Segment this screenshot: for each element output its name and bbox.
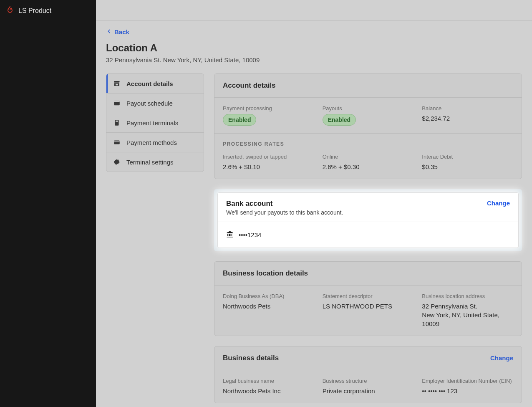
rate-label: Inserted, swiped or tapped [223, 154, 314, 160]
payouts-label: Payouts [323, 105, 414, 111]
balance-value: $2,234.72 [422, 114, 513, 123]
card-title: Account details [223, 81, 276, 90]
chevron-left-icon [106, 28, 112, 35]
calendar-cash-icon [113, 99, 121, 107]
brand-name: LS Product [18, 7, 51, 15]
address-line2: New York, NY, United State, 10009 [422, 311, 513, 328]
business-details-card: Business details Change Legal business n… [214, 346, 522, 403]
back-label: Back [114, 28, 129, 35]
address-label: Business location address [422, 293, 513, 299]
nav-item-label: Payment terminals [126, 119, 178, 126]
balance-label: Balance [422, 105, 513, 111]
rate-value: $0.35 [422, 162, 513, 171]
nav-account-details[interactable]: Account details [106, 74, 204, 94]
card-icon [113, 139, 121, 146]
flame-icon [6, 6, 14, 16]
page-subtitle: 32 Pennsylvania St. New York, NY, United… [106, 56, 522, 63]
payouts-status-badge: Enabled [323, 114, 356, 126]
card-title: Business location details [223, 269, 308, 278]
brand: LS Product [0, 0, 96, 22]
bank-account-highlight: Bank account We'll send your payouts to … [214, 189, 522, 251]
sidebar: LS Product [0, 0, 96, 407]
main: Back Location A 32 Pennsylvania St. New … [96, 0, 532, 407]
bank-change-link[interactable]: Change [487, 200, 510, 207]
rate-value: 2.6% + $0.30 [323, 162, 414, 171]
rates-header: PROCESSING RATES [223, 141, 513, 147]
svg-rect-3 [116, 121, 118, 122]
svg-rect-1 [114, 101, 120, 102]
nav-item-label: Terminal settings [126, 159, 174, 166]
legal-name-label: Legal business name [223, 378, 314, 384]
nav-payout-schedule[interactable]: Payout schedule [106, 94, 204, 113]
business-change-link[interactable]: Change [490, 354, 513, 361]
ein-value: •• •••• ••• 123 [422, 387, 513, 395]
card-title: Business details [223, 354, 279, 362]
bank-title: Bank account [226, 200, 343, 208]
legal-name-value: Northwoods Pets Inc [223, 387, 314, 395]
gear-icon [113, 158, 121, 166]
nav-payment-methods[interactable]: Payment methods [106, 133, 204, 152]
processing-label: Payment processing [223, 105, 314, 111]
rate-value: 2.6% + $0.10 [223, 162, 314, 171]
bank-icon [226, 230, 234, 239]
nav-payment-terminals[interactable]: Payment terminals [106, 113, 204, 133]
business-location-card: Business location details Doing Business… [214, 261, 522, 336]
nav-item-label: Payout schedule [126, 100, 173, 107]
structure-label: Business structure [323, 378, 414, 384]
processing-status-badge: Enabled [223, 114, 256, 126]
nav-item-label: Account details [126, 80, 173, 87]
rate-label: Online [323, 154, 414, 160]
back-link[interactable]: Back [106, 28, 129, 35]
rate-label: Interac Debit [422, 154, 513, 160]
nav-item-label: Payment methods [126, 139, 177, 146]
topbar [96, 0, 532, 21]
svg-rect-5 [114, 142, 120, 142]
address-line1: 32 Pennsylvania St. [422, 302, 513, 311]
bank-masked-number: ••••1234 [239, 231, 261, 238]
structure-value: Private corporation [323, 387, 414, 395]
account-details-card: Account details Payment processing Enabl… [214, 73, 522, 179]
dba-label: Doing Business As (DBA) [223, 293, 314, 299]
bank-subtitle: We'll send your payouts to this bank acc… [226, 209, 343, 216]
svg-rect-4 [114, 141, 120, 144]
nav-terminal-settings[interactable]: Terminal settings [106, 152, 204, 172]
ein-label: Employer Identification Number (EIN) [422, 378, 513, 384]
terminal-icon [113, 119, 121, 126]
dba-value: Northwoods Pets [223, 302, 314, 311]
settings-nav: Account details Payout schedule Payment … [106, 73, 204, 172]
descriptor-value: LS NORTHWOOD PETS [323, 302, 414, 311]
descriptor-label: Statement descriptor [323, 293, 414, 299]
storefront-icon [113, 80, 121, 87]
page-title: Location A [106, 42, 522, 54]
